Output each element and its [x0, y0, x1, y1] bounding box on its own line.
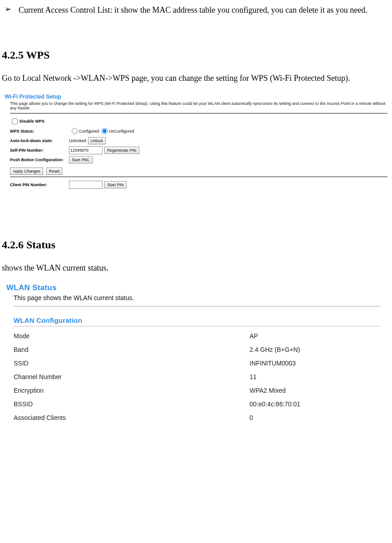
- auto-lock-value: Unlocked: [69, 138, 86, 143]
- status-row-channel: Channel Number 11: [14, 371, 380, 383]
- self-pin-label: Self-PIN Number:: [10, 148, 69, 153]
- unlock-button[interactable]: Unlock: [88, 137, 106, 144]
- pbc-row: Push Button Configuration: Start PBC: [10, 156, 387, 164]
- section-body-wps: Go to Local Network ->WLAN->WPS page, yo…: [2, 71, 389, 85]
- wps-status-option-configured: Configured: [79, 129, 99, 133]
- disable-wps-label: Disable WPS: [20, 119, 44, 123]
- divider: [14, 326, 380, 326]
- start-pbc-button[interactable]: Start PBC: [69, 156, 93, 163]
- self-pin-input[interactable]: [69, 146, 103, 154]
- status-row-encryption: Encryption WPA2 Mixed: [14, 385, 380, 396]
- self-pin-row: Self-PIN Number: Regenerate PIN: [10, 146, 387, 154]
- wps-status-row: WPS Status: Configured UnConfigured: [10, 127, 387, 135]
- client-pin-row: Client PIN Number: Start PIN: [10, 181, 387, 189]
- status-row-band: Band 2.4 GHz (B+G+N): [14, 344, 380, 355]
- status-key: Mode: [14, 332, 250, 340]
- status-key: BSSID: [14, 400, 250, 408]
- client-pin-label: Client PIN Number:: [10, 183, 69, 187]
- status-row-bssid: BSSID 00:e0:4c:86:70:01: [14, 398, 380, 410]
- status-value: 00:e0:4c:86:70:01: [250, 400, 300, 408]
- status-value: INFINITUM0003: [250, 360, 296, 367]
- wps-status-radio-configured[interactable]: [72, 128, 78, 134]
- status-value: AP: [250, 332, 258, 340]
- bullet-arrow-icon: ➢: [5, 3, 11, 17]
- action-button-row: Apply Changes Reset: [10, 168, 387, 175]
- status-value: 0: [250, 414, 253, 421]
- status-key: Band: [14, 346, 250, 353]
- client-pin-input[interactable]: [69, 181, 103, 189]
- status-value: 2.4 GHz (B+G+N): [250, 346, 300, 353]
- wps-status-option-unconfigured: UnConfigured: [109, 129, 134, 133]
- section-heading-status: 4.2.6 Status: [2, 239, 390, 251]
- bullet-text: Current Access Control List: it show the…: [19, 3, 389, 17]
- wlan-status-panel: WLAN Status This page shows the WLAN cur…: [6, 283, 380, 424]
- wps-status-label: WPS Status:: [10, 129, 69, 133]
- regenerate-pin-button[interactable]: Regenerate PIN: [104, 147, 139, 154]
- status-row-mode: Mode AP: [14, 330, 380, 342]
- disable-wps-checkbox[interactable]: [12, 118, 18, 124]
- divider: [10, 177, 387, 177]
- wps-title: Wi-Fi Protected Setup: [5, 94, 387, 100]
- wlan-status-description: This page shows the WLAN current status.: [14, 294, 380, 301]
- start-pin-button[interactable]: Start PIN: [104, 181, 127, 188]
- status-key: SSID: [14, 360, 250, 367]
- pbc-label: Push Button Configuration:: [10, 158, 69, 162]
- wps-panel: Wi-Fi Protected Setup This page allows y…: [5, 94, 387, 189]
- auto-lock-label: Auto-lock-down state:: [10, 138, 69, 143]
- section-body-status: shows the WLAN current status.: [2, 261, 389, 275]
- bullet-item: ➢ Current Access Control List: it show t…: [5, 3, 389, 17]
- wlan-status-title: WLAN Status: [6, 283, 380, 292]
- status-key: Associated Clients: [14, 414, 250, 421]
- status-key: Encryption: [14, 387, 250, 394]
- disable-wps-row: Disable WPS: [10, 117, 387, 126]
- divider: [10, 113, 387, 114]
- auto-lock-row: Auto-lock-down state: Unlocked Unlock: [10, 137, 387, 145]
- divider: [14, 306, 380, 306]
- status-row-ssid: SSID INFINITUM0003: [14, 357, 380, 369]
- wps-description: This page allows you to change the setti…: [10, 101, 387, 110]
- reset-button[interactable]: Reset: [46, 168, 63, 175]
- status-row-clients: Associated Clients 0: [14, 412, 380, 424]
- status-key: Channel Number: [14, 373, 250, 380]
- status-value: WPA2 Mixed: [250, 387, 286, 394]
- wlan-config-subtitle: WLAN Configuration: [14, 316, 380, 324]
- section-heading-wps: 4.2.5 WPS: [2, 49, 390, 61]
- status-value: 11: [250, 373, 257, 380]
- wps-status-radio-unconfigured[interactable]: [102, 128, 108, 134]
- apply-changes-button[interactable]: Apply Changes: [10, 168, 43, 175]
